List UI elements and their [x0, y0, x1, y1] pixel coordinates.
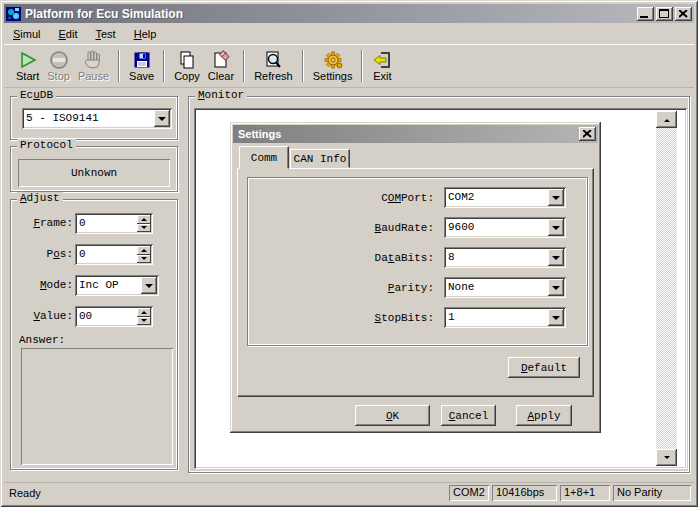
app-window: Platform for Ecu Simulation Simul Edit T… — [0, 0, 698, 507]
copy-button[interactable]: Copy — [170, 47, 204, 85]
stopbits-dropdown-arrow-icon[interactable] — [548, 309, 564, 326]
ecudb-group: EcuDB 5 - ISO9141 — [10, 96, 178, 140]
stopbits-label: StopBits: — [258, 308, 434, 324]
settings-close-icon — [583, 130, 592, 138]
close-icon — [679, 10, 688, 18]
comport-select[interactable]: COM2 — [444, 187, 566, 208]
comport-value: COM2 — [444, 187, 546, 208]
scroll-up-button[interactable] — [656, 111, 677, 128]
comport-label: COMPort: — [258, 188, 434, 204]
pos-spin-up-icon[interactable] — [137, 246, 151, 255]
mode-value: Inc OP — [75, 275, 139, 296]
scroll-down-button[interactable] — [656, 449, 677, 466]
ecudb-select[interactable]: 5 - ISO9141 — [22, 108, 172, 129]
databits-label: DataBits: — [258, 248, 434, 264]
value-value: 00 — [75, 306, 135, 327]
pos-spinner[interactable]: 0 — [75, 244, 153, 265]
clear-button[interactable]: Clear — [204, 47, 238, 85]
stopbits-select[interactable]: 1 — [444, 307, 566, 328]
baudrate-label: BaudRate: — [258, 218, 434, 234]
exit-button[interactable]: Exit — [368, 47, 396, 85]
value-spin-up-icon[interactable] — [137, 308, 151, 317]
frame-spinner[interactable]: 0 — [75, 213, 153, 234]
parity-dropdown-arrow-icon[interactable] — [548, 279, 564, 296]
databits-value: 8 — [444, 247, 546, 268]
frame-label: Frame: — [13, 213, 73, 229]
copy-icon — [177, 49, 197, 70]
menu-test[interactable]: Test — [86, 26, 124, 42]
scroll-down-icon — [664, 456, 670, 462]
baudrate-dropdown-arrow-icon[interactable] — [548, 219, 564, 236]
maximize-icon — [659, 9, 669, 18]
tab-can-info[interactable]: CAN Info — [290, 149, 350, 168]
status-ready: Ready — [4, 487, 449, 499]
default-button[interactable]: Default — [508, 357, 580, 378]
status-frame-format: 1+8+1 — [560, 485, 610, 501]
baudrate-select[interactable]: 9600 — [444, 217, 566, 238]
value-label: Value: — [13, 306, 73, 322]
mode-select[interactable]: Inc OP — [75, 275, 159, 296]
parity-value: None — [444, 277, 546, 298]
ecudb-dropdown-arrow-icon[interactable] — [154, 110, 170, 127]
parity-label: Parity: — [258, 278, 434, 294]
protocol-value: Unknown — [71, 167, 117, 179]
start-icon — [18, 49, 38, 70]
comm-tab-page: COMPort: COM2 BaudRate: 9600 DataBits: 8… — [237, 168, 594, 397]
clear-icon — [211, 49, 231, 70]
start-button[interactable]: Start — [12, 47, 43, 85]
pause-icon — [83, 49, 103, 70]
databits-select[interactable]: 8 — [444, 247, 566, 268]
close-button[interactable] — [675, 7, 692, 21]
minimize-button[interactable] — [637, 7, 654, 21]
maximize-button[interactable] — [656, 7, 673, 21]
settings-button[interactable]: Settings — [309, 47, 357, 85]
save-button[interactable]: Save — [125, 47, 158, 85]
refresh-button[interactable]: Refresh — [250, 47, 297, 85]
protocol-panel: Unknown — [18, 159, 170, 187]
parity-select[interactable]: None — [444, 277, 566, 298]
app-icon — [6, 6, 22, 22]
cancel-button[interactable]: Cancel — [441, 405, 496, 426]
answer-box[interactable] — [21, 348, 173, 465]
title-bar[interactable]: Platform for Ecu Simulation — [4, 4, 694, 23]
settings-close-button[interactable] — [579, 127, 596, 141]
pos-spin-down-icon[interactable] — [137, 255, 151, 264]
toolbar-separator — [118, 50, 120, 82]
settings-dialog: Settings Comm CAN Info COMPort: COM2 Bau… — [230, 122, 601, 433]
refresh-icon — [263, 49, 283, 70]
frame-spin-up-icon[interactable] — [137, 215, 151, 224]
comport-dropdown-arrow-icon[interactable] — [548, 189, 564, 206]
scroll-up-icon — [664, 116, 670, 122]
settings-dialog-title-bar[interactable]: Settings — [233, 125, 598, 143]
apply-button[interactable]: Apply — [516, 405, 572, 426]
status-parity: No Parity — [613, 485, 691, 501]
pause-button: Pause — [74, 47, 113, 85]
menu-edit[interactable]: Edit — [50, 26, 87, 42]
toolbar-separator — [302, 50, 304, 82]
stopbits-value: 1 — [444, 307, 546, 328]
pos-value: 0 — [75, 244, 135, 265]
menu-simul[interactable]: Simul — [4, 26, 50, 42]
frame-value: 0 — [75, 213, 135, 234]
window-title: Platform for Ecu Simulation — [25, 7, 635, 21]
toolbar-separator — [361, 50, 363, 82]
answer-label: Answer: — [19, 334, 65, 346]
toolbar: Start Stop Pause Save Copy Clear Refresh — [4, 44, 694, 88]
value-spinner[interactable]: 00 — [75, 306, 153, 327]
status-com-port: COM2 — [449, 485, 489, 501]
menu-bar: Simul Edit Test Help — [4, 25, 694, 43]
save-icon — [132, 49, 152, 70]
value-spin-down-icon[interactable] — [137, 317, 151, 326]
menu-help[interactable]: Help — [125, 26, 166, 42]
mode-dropdown-arrow-icon[interactable] — [141, 277, 157, 294]
adjust-group: Adjust Frame: 0 Pos: 0 Mode: Inc OP Valu… — [10, 199, 178, 470]
ok-button[interactable]: OK — [355, 405, 430, 426]
monitor-group-label: Monitor — [195, 89, 247, 101]
monitor-scrollbar[interactable] — [656, 111, 677, 466]
tab-comm[interactable]: Comm — [239, 146, 289, 169]
databits-dropdown-arrow-icon[interactable] — [548, 249, 564, 266]
frame-spin-down-icon[interactable] — [137, 224, 151, 233]
status-bar: Ready COM2 10416bps 1+8+1 No Parity — [4, 482, 694, 503]
pos-label: Pos: — [13, 244, 73, 260]
settings-dialog-title: Settings — [238, 128, 577, 140]
